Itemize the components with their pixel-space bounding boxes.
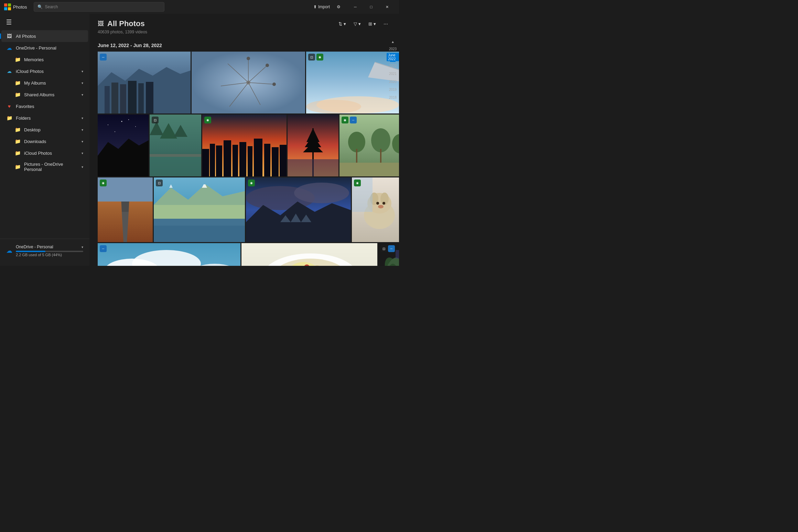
photo-row-2: ⊡ [98,115,391,176]
photo-lake [154,177,245,242]
sidebar-item-folders[interactable]: 📁 Folders ▾ [1,112,88,124]
photo-cell-waterfront[interactable]: ◉ [246,177,351,242]
sidebar-item-favorites[interactable]: ♥ Favorites [1,100,88,112]
svg-point-30 [108,124,108,125]
svg-rect-2 [4,7,7,10]
icloud-icon: ☁ [6,68,12,74]
photo-badge-olive1: ◉ [342,117,348,123]
photo-cell-food[interactable] [241,243,377,266]
sidebar-label-my-albums: My Albums [24,80,78,86]
timeline-arrow-up[interactable]: ▲ [391,40,395,44]
svg-marker-78 [154,219,245,226]
svg-rect-0 [4,3,7,7]
sidebar-item-desktop[interactable]: 📁 Desktop ▾ [1,124,88,135]
photo-cell-city[interactable]: ─ [98,52,191,113]
settings-button[interactable]: ⚙ [334,3,343,11]
svg-rect-43 [202,149,209,176]
svg-rect-45 [216,145,222,176]
grid-button[interactable]: ⊞ ▾ [366,20,379,28]
sidebar-item-downloads[interactable]: 📁 Downloads ▾ [1,135,88,147]
sidebar-item-shared-albums[interactable]: 📁 Shared Albums ▾ [1,89,88,100]
svg-rect-3 [8,7,11,10]
more-button[interactable]: ⋯ [381,20,391,28]
timeline-year-2018[interactable]: 2018 [389,96,397,99]
photo-badge-desert: ◉ [100,180,107,186]
sidebar-item-my-albums[interactable]: 📁 My Albums ▾ [1,77,88,89]
photo-badge-airplane-icloud: ◉ [316,54,323,61]
timeline-year-2019[interactable]: 2019 [389,88,397,91]
shared-albums-icon: 📁 [14,91,21,98]
content-title-icon: 🖼 [98,20,104,28]
photo-cell-spinner[interactable] [192,52,305,113]
close-button[interactable]: ✕ [379,1,395,12]
svg-rect-46 [224,140,231,176]
timeline-year-2020[interactable]: 2020 [389,80,397,84]
main-content: 🖼 All Photos ⇅ ▾ ▽ ▾ ⊞ ▾ [89,14,399,266]
photos-app-icon [4,3,11,10]
sidebar-item-all-photos[interactable]: 🖼 All Photos [1,30,88,42]
sidebar-item-pictures-onedrive[interactable]: 📁 Pictures - OneDrive Personal ▾ [1,159,88,175]
timeline-label-june2022[interactable]: June 2022 [387,53,399,61]
sidebar-item-onedrive[interactable]: ☁ OneDrive - Personal [1,42,88,54]
svg-point-21 [247,57,250,60]
photo-cell-sunset-city[interactable]: ◉ [202,115,287,176]
sidebar-item-icloud[interactable]: ☁ iCloud Photos ▾ [1,65,88,77]
timeline-bar: ▲ 2023 June 2022 2022 2021 2020 2019 201… [387,37,399,266]
svg-rect-10 [138,83,144,113]
svg-rect-48 [239,142,246,176]
photo-cell-desert[interactable]: ◉ [98,177,153,242]
svg-rect-7 [111,83,118,113]
photo-cell-blueclouds[interactable]: ─ [98,243,240,266]
timeline-year-2022[interactable]: 2022 [389,64,397,68]
photo-row-4: ─ [98,243,391,266]
all-photos-icon: 🖼 [6,33,12,39]
svg-rect-51 [264,144,270,176]
svg-rect-11 [146,82,153,113]
my-albums-icon: 📁 [14,80,21,86]
settings-icon: ⚙ [337,4,341,9]
sidebar-item-icloud-folder[interactable]: 📁 iCloud Photos ▾ [1,147,88,159]
import-button[interactable]: ⬆ Import [311,3,333,11]
svg-rect-49 [248,146,252,176]
minimize-button[interactable]: ─ [347,1,363,12]
sidebar-label-memories: Memories [24,57,83,62]
svg-point-34 [128,119,129,120]
photo-cell-airplane[interactable]: ⊡ ◉ [306,52,399,113]
titlebar-actions: ⬆ Import ⚙ ─ □ ✕ [311,1,395,12]
svg-point-23 [272,83,276,86]
downloads-icon: 📁 [14,138,21,144]
svg-point-91 [376,202,379,205]
sidebar-item-memories[interactable]: 📁 Memories [1,54,88,65]
photo-cell-nightsky[interactable] [98,115,149,176]
svg-point-31 [121,121,122,122]
sidebar-label-icloud-folder: iCloud Photos [24,151,78,156]
photo-cell-lake[interactable]: ⊡ [154,177,245,242]
search-box[interactable]: 🔍 Search [34,2,164,12]
photo-food [241,243,377,266]
sidebar-label-onedrive: OneDrive - Personal [16,45,83,51]
hamburger-menu-button[interactable] [3,17,14,28]
timeline-marker [390,61,396,62]
photo-badge-bridge: ⊡ [152,117,159,123]
more-icon: ⋯ [384,21,388,26]
sort-chevron: ▾ [344,21,346,26]
pictures-onedrive-icon: 📁 [14,164,21,170]
filter-button[interactable]: ▽ ▾ [351,20,364,28]
maximize-button[interactable]: □ [363,1,379,12]
photo-area[interactable]: June 12, 2022 - Jun 28, 2022 [89,37,399,266]
photo-badge-plant-monitor: ⊡ [380,245,387,252]
storage-progress-fill [16,251,45,252]
photo-cell-bridge[interactable]: ⊡ [150,115,201,176]
sort-button[interactable]: ⇅ ▾ [336,20,349,28]
svg-point-81 [294,183,349,203]
sidebar-label-pictures-onedrive: Pictures - OneDrive Personal [24,162,78,172]
svg-rect-1 [8,3,11,7]
photo-cell-tree[interactable] [288,115,338,176]
onedrive-footer[interactable]: ☁ OneDrive - Personal ▾ 2.2 GB used of 5… [5,242,85,259]
timeline-year-2021[interactable]: 2021 [389,72,397,76]
timeline-year-2023[interactable]: 2023 [389,47,397,51]
icloud-chevron: ▾ [82,69,83,73]
onedrive-footer-chevron: ▾ [82,245,83,249]
photo-tree [288,115,338,176]
memories-icon: 📁 [14,56,21,63]
